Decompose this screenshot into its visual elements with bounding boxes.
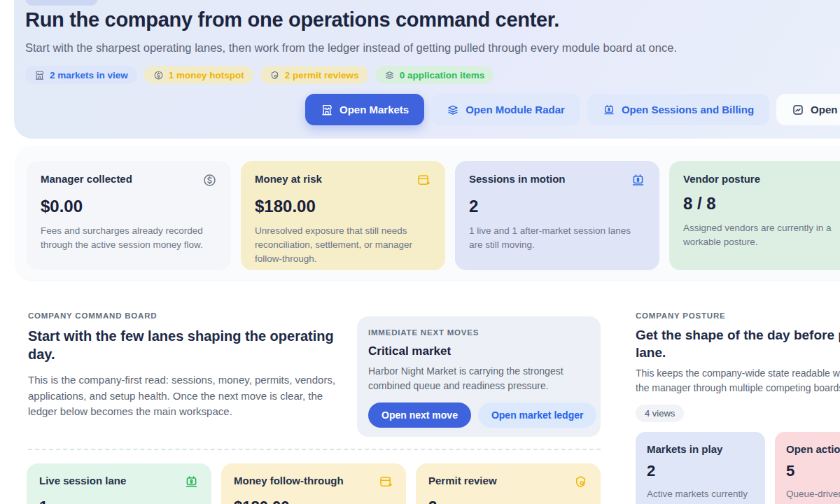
section-heading: Get the shape of the day before picking … xyxy=(636,327,840,361)
cash-register-icon xyxy=(184,475,199,489)
stat-title: Money at risk xyxy=(255,173,322,185)
hero-action-buttons: Open Markets Open Module Radar Open Sess… xyxy=(305,94,840,125)
page-subtitle: Start with the sharpest operating lanes,… xyxy=(25,41,795,55)
open-module-radar-button[interactable]: Open Module Radar xyxy=(431,94,580,125)
badge-label: 2 markets in view xyxy=(50,70,128,80)
stat-value: 2 xyxy=(469,197,645,216)
stat-description: Fees and surcharges already recorded thr… xyxy=(41,224,217,252)
card-body: Harbor Night Market is carrying the stro… xyxy=(368,364,578,393)
lane-value: 1 xyxy=(39,498,199,504)
stat-description: Unresolved exposure that still needs rec… xyxy=(255,224,431,266)
dashed-divider xyxy=(28,449,601,450)
views-count-pill: 4 views xyxy=(636,405,684,422)
button-label: Open Sessions and Billing xyxy=(622,104,754,115)
posture-card-open-actions: Open actions 5 Queue-driven work that is… xyxy=(775,432,840,504)
stat-card-manager-collected: Manager collected $0.00 Fees and surchar… xyxy=(27,161,231,270)
open-reports-button[interactable]: Open Reports xyxy=(776,94,840,125)
button-label: Open Module Radar xyxy=(465,104,565,115)
permit-badge-icon xyxy=(573,475,588,489)
stat-value: $0.00 xyxy=(41,197,217,216)
stat-title: Vendor posture xyxy=(683,173,760,185)
next-moves-card: IMMEDIATE NEXT MOVES Critical market Har… xyxy=(357,316,601,437)
card-title: Open actions xyxy=(786,443,840,455)
open-market-ledger-button[interactable]: Open market ledger xyxy=(478,402,597,428)
card-heading: Critical market xyxy=(368,344,589,358)
card-eyebrow: IMMEDIATE NEXT MOVES xyxy=(368,328,589,337)
dollar-circle-icon xyxy=(202,173,217,188)
card-description: Queue-driven work that is still visible … xyxy=(786,488,840,504)
card-title: Markets in play xyxy=(647,443,754,455)
lane-card-live-session: Live session lane 1 xyxy=(27,463,211,504)
wallet-icon xyxy=(416,173,431,188)
card-value: 2 xyxy=(647,462,754,480)
lane-card-permit-review: Permit review 2 xyxy=(416,463,601,504)
badge-money-hotspot: 1 money hotspot xyxy=(144,66,253,84)
section-body: This keeps the company-wide state readab… xyxy=(636,366,840,395)
section-eyebrow: COMPANY POSTURE xyxy=(636,312,840,320)
stat-title: Sessions in motion xyxy=(469,173,566,185)
section-heading: Start with the few lanes shaping the ope… xyxy=(28,327,344,364)
section-body: This is the company-first read: sessions… xyxy=(28,372,344,420)
lane-cards: Live session lane 1 Money follow-through… xyxy=(27,463,601,504)
cash-register-icon xyxy=(603,104,615,116)
posture-cards: Markets in play 2 Active markets current… xyxy=(636,432,840,504)
lane-value: $180.00 xyxy=(234,498,393,504)
badge-label: 2 permit reviews xyxy=(285,70,359,80)
hero-top-pill xyxy=(25,0,98,6)
section-eyebrow: COMPANY COMMAND BOARD xyxy=(28,312,344,320)
command-board-section: COMPANY COMMAND BOARD Start with the few… xyxy=(28,312,344,420)
badge-label: 1 money hotspot xyxy=(169,70,244,80)
card-value: 5 xyxy=(786,462,840,480)
stat-value: 8 / 8 xyxy=(683,194,840,214)
button-label: Open Markets xyxy=(340,104,409,115)
stat-card-sessions-in-motion: Sessions in motion 2 1 live and 1 after-… xyxy=(455,161,659,270)
status-badges: 2 markets in view 1 money hotspot 2 perm… xyxy=(25,66,493,84)
storefront-icon xyxy=(34,70,45,80)
page-title: Run the company from one operations comm… xyxy=(25,8,725,31)
stat-description: 1 live and 1 after-market session lanes … xyxy=(469,224,645,252)
dollar-circle-icon xyxy=(153,70,164,80)
permit-badge-icon xyxy=(270,70,280,80)
open-sessions-billing-button[interactable]: Open Sessions and Billing xyxy=(587,94,769,125)
badge-permit-reviews: 2 permit reviews xyxy=(260,66,368,84)
hero-section: Run the company from one operations comm… xyxy=(14,0,840,139)
stat-card-vendor-posture: Vendor posture 8 / 8 Assigned vendors ar… xyxy=(669,161,840,270)
cash-register-icon xyxy=(631,173,645,188)
stat-card-money-at-risk: Money at risk $180.00 Unresolved exposur… xyxy=(241,161,445,270)
stat-value: $180.00 xyxy=(255,197,431,216)
stack-icon xyxy=(384,70,395,80)
operations-dashboard: Run the company from one operations comm… xyxy=(0,0,840,504)
badge-label: 0 application items xyxy=(400,70,485,80)
stack-icon xyxy=(447,104,459,116)
stats-panel: Manager collected $0.00 Fees and surchar… xyxy=(15,146,840,280)
company-posture-section: COMPANY POSTURE Get the shape of the day… xyxy=(636,312,840,504)
open-next-move-button[interactable]: Open next move xyxy=(368,402,471,428)
lane-title: Permit review xyxy=(428,475,497,486)
posture-card-markets-in-play: Markets in play 2 Active markets current… xyxy=(636,432,765,504)
chart-icon xyxy=(792,104,804,116)
stat-description: Assigned vendors are currently in a work… xyxy=(683,221,840,249)
storefront-icon xyxy=(321,104,333,116)
card-description: Active markets currently inside the comp… xyxy=(647,488,754,504)
next-moves-actions: Open next move Open market ledger xyxy=(368,402,589,428)
badge-markets-in-view: 2 markets in view xyxy=(25,66,137,84)
lane-title: Money follow-through xyxy=(234,475,344,486)
stat-title: Manager collected xyxy=(41,173,132,185)
open-markets-button[interactable]: Open Markets xyxy=(305,94,424,125)
lane-value: 2 xyxy=(428,498,588,504)
badge-application-items: 0 application items xyxy=(375,66,494,84)
lane-title: Live session lane xyxy=(39,475,126,486)
wallet-icon xyxy=(379,475,393,489)
lane-card-money-follow-through: Money follow-through $180.00 xyxy=(221,463,406,504)
button-label: Open Reports xyxy=(811,104,840,115)
